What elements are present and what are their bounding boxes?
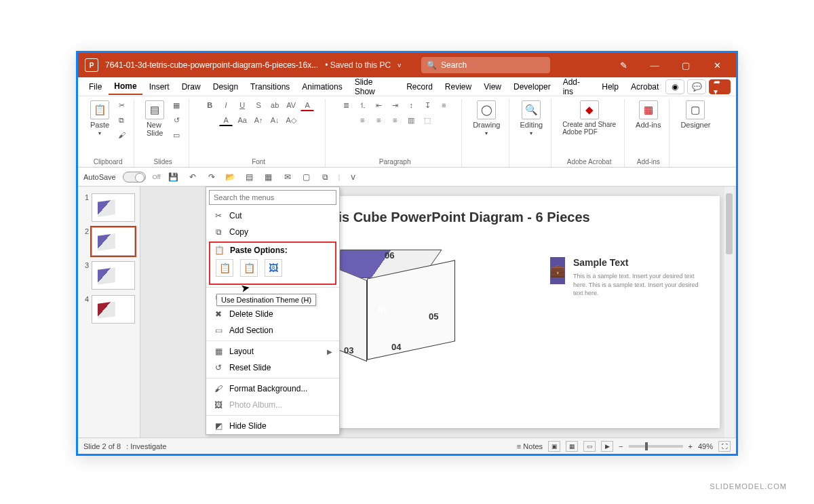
tab-slideshow[interactable]: Slide Show xyxy=(349,75,400,99)
tab-record[interactable]: Record xyxy=(401,79,438,94)
undo-icon[interactable]: ↶ xyxy=(187,171,199,183)
italic-button[interactable]: I xyxy=(219,99,233,111)
tab-addins[interactable]: Add-ins xyxy=(558,75,596,99)
tab-file[interactable]: File xyxy=(83,79,107,94)
vertical-scrollbar[interactable] xyxy=(724,187,734,438)
shadow-button[interactable]: ab xyxy=(268,99,282,111)
menu-reset-slide[interactable]: ↺Reset Slide xyxy=(206,360,339,376)
smartart-button[interactable]: ⬚ xyxy=(421,114,434,126)
menu-delete-slide[interactable]: ✖Delete Slide xyxy=(206,306,339,322)
share-button[interactable]: ➦ ▾ xyxy=(709,79,731,94)
thumbnail-3[interactable]: 3 xyxy=(78,258,140,292)
paste-picture[interactable]: 🖼 xyxy=(265,259,282,277)
accessibility-status[interactable]: : Investigate xyxy=(126,442,166,450)
grow-font-button[interactable]: A↑ xyxy=(252,114,265,126)
fit-to-window-button[interactable]: ⛶ xyxy=(718,441,731,452)
maximize-button[interactable]: ▢ xyxy=(674,53,698,77)
paste-button[interactable]: 📋Paste▾ xyxy=(88,99,112,141)
tab-help[interactable]: Help xyxy=(596,79,624,94)
tab-design[interactable]: Design xyxy=(208,79,244,94)
designer-button[interactable]: ▢Designer xyxy=(678,99,713,130)
menu-search-input[interactable] xyxy=(209,190,336,205)
bullets-button[interactable]: ≣ xyxy=(339,99,353,111)
align-right-button[interactable]: ≡ xyxy=(372,114,385,126)
drawing-button[interactable]: ◯Drawing▾ xyxy=(470,99,503,138)
format-painter-icon[interactable]: 🖌 xyxy=(115,129,128,141)
new-slide-button[interactable]: ▤New Slide xyxy=(142,99,167,141)
search-box[interactable]: 🔍 xyxy=(421,57,550,73)
numbering-button[interactable]: ⒈ xyxy=(355,99,369,111)
minimize-button[interactable]: — xyxy=(642,53,667,77)
adobe-pdf-button[interactable]: ◆Create and Share Adobe PDF xyxy=(560,99,619,137)
font-color-button[interactable]: A xyxy=(301,99,314,111)
sorter-view-button[interactable]: ▦ xyxy=(566,441,578,452)
menu-copy[interactable]: ⧉Copy xyxy=(206,224,339,240)
justify-button[interactable]: ≡ xyxy=(388,114,402,126)
case-button[interactable]: Aa xyxy=(235,114,249,126)
layout-icon-qat[interactable]: ▢ xyxy=(301,171,313,183)
redo-icon[interactable]: ↷ xyxy=(206,171,218,183)
more-icon[interactable]: ⧉ xyxy=(319,171,332,183)
bold-button[interactable]: B xyxy=(203,99,216,111)
tab-animations[interactable]: Animations xyxy=(296,79,347,94)
indent-dec-button[interactable]: ⇤ xyxy=(372,99,385,111)
text-direction-button[interactable]: ↧ xyxy=(421,99,434,111)
zoom-in-button[interactable]: + xyxy=(689,442,693,450)
autosave-toggle[interactable] xyxy=(123,172,146,182)
paste-use-destination-theme[interactable]: 📋 xyxy=(216,259,233,277)
scrollbar-thumb[interactable] xyxy=(726,193,733,254)
menu-cut[interactable]: ✂Cut xyxy=(206,208,339,224)
editing-button[interactable]: 🔍Editing▾ xyxy=(518,99,546,138)
close-button[interactable]: ✕ xyxy=(705,53,729,77)
addins-button[interactable]: ▦Add-ins xyxy=(633,99,663,130)
indent-inc-button[interactable]: ⇥ xyxy=(388,99,402,111)
tab-insert[interactable]: Insert xyxy=(144,79,175,94)
save-icon[interactable]: 💾 xyxy=(168,171,180,183)
reading-view-button[interactable]: ▭ xyxy=(583,441,596,452)
tab-review[interactable]: Review xyxy=(440,79,477,94)
tab-acrobat[interactable]: Acrobat xyxy=(625,79,664,94)
reset-icon[interactable]: ↺ xyxy=(170,114,183,126)
saved-status[interactable]: • Saved to this PC xyxy=(325,60,391,70)
thumbnail-1[interactable]: 1 xyxy=(78,191,140,225)
zoom-out-button[interactable]: − xyxy=(619,442,623,450)
mail-icon[interactable]: ✉ xyxy=(282,171,294,183)
align-center-button[interactable]: ≡ xyxy=(355,114,369,126)
normal-view-button[interactable]: ▣ xyxy=(548,441,560,452)
columns-button[interactable]: ▥ xyxy=(404,114,418,126)
shrink-font-button[interactable]: A↓ xyxy=(268,114,282,126)
tab-view[interactable]: View xyxy=(478,79,507,94)
notes-button[interactable]: ≡ Notes xyxy=(517,442,543,450)
sorter-icon[interactable]: ▦ xyxy=(263,171,275,183)
tab-draw[interactable]: Draw xyxy=(176,79,206,94)
record-button[interactable]: ◉ xyxy=(665,79,684,94)
highlight-button[interactable]: A xyxy=(219,114,233,126)
search-input[interactable] xyxy=(441,60,545,70)
saved-dropdown-icon[interactable]: ⅴ xyxy=(398,62,401,69)
strike-button[interactable]: S xyxy=(252,99,265,111)
underline-button[interactable]: U xyxy=(235,99,249,111)
zoom-level[interactable]: 49% xyxy=(698,442,713,450)
copy-icon[interactable]: ⧉ xyxy=(115,114,128,126)
slideshow-view-button[interactable]: ▶ xyxy=(601,441,613,452)
menu-format-background[interactable]: 🖌Format Background... xyxy=(206,381,339,397)
line-spacing-button[interactable]: ↕ xyxy=(404,99,418,111)
tab-transitions[interactable]: Transitions xyxy=(245,79,295,94)
slide-canvas[interactable]: 3D Tetris Cube PowerPoint Diagram - 6 Pi… xyxy=(140,187,736,438)
section-icon[interactable]: ▭ xyxy=(170,129,183,141)
pen-icon[interactable]: ✎ xyxy=(611,53,636,77)
zoom-slider[interactable] xyxy=(629,445,683,448)
clear-format-button[interactable]: A◇ xyxy=(284,114,298,126)
menu-layout[interactable]: ▦Layout▶ xyxy=(206,343,339,360)
menu-add-section[interactable]: ▭Add Section xyxy=(206,322,339,338)
align-left-button[interactable]: ≡ xyxy=(437,99,450,111)
open-icon[interactable]: 📂 xyxy=(225,171,237,183)
chevron-down-icon[interactable]: ⅴ xyxy=(347,171,359,183)
spacing-button[interactable]: AV xyxy=(284,99,298,111)
tab-home[interactable]: Home xyxy=(109,79,142,95)
tab-developer[interactable]: Developer xyxy=(508,79,556,94)
cut-icon[interactable]: ✂ xyxy=(115,99,128,111)
slide-counter[interactable]: Slide 2 of 8 xyxy=(83,442,121,450)
comments-button[interactable]: 💬 xyxy=(687,79,706,94)
menu-hide-slide[interactable]: ◩Hide Slide xyxy=(206,418,339,434)
